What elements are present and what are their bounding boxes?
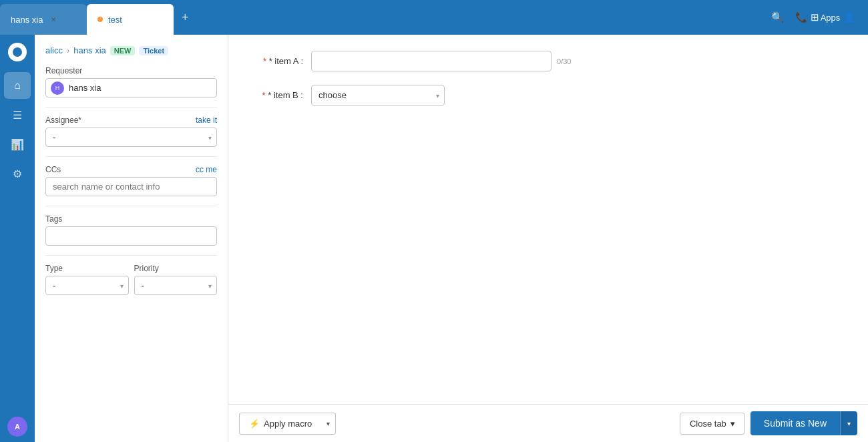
close-tab-button[interactable]: Close tab ▾	[680, 413, 745, 435]
submit-chevron-icon: ▾	[847, 420, 851, 427]
sidebar-item-settings[interactable]: ⚙	[4, 160, 31, 187]
apps-label: Apps	[821, 13, 841, 23]
assignee-row-header: Assignee* take it	[45, 116, 217, 125]
ccs-label: CCs	[45, 165, 61, 174]
ccs-input[interactable]	[45, 177, 217, 196]
sidebar-item-views[interactable]: ☰	[4, 101, 31, 128]
submit-dropdown-button[interactable]: ▾	[840, 411, 857, 435]
item-b-select-wrapper: choose option1 option2 ▾	[311, 85, 445, 105]
tabs-bar: hans xia ✕ test + 🔍 📞 ⊞ Apps 👤	[0, 0, 868, 35]
user-icon: 👤	[843, 11, 856, 23]
item-a-required-star: *	[263, 56, 266, 66]
left-panel: alicc › hans xia NEW Ticket Requester H …	[35, 35, 228, 442]
ccs-row-header: CCs cc me	[45, 165, 217, 174]
priority-group: Priority - ▾	[134, 264, 218, 295]
ccs-group: CCs cc me	[45, 165, 217, 196]
breadcrumb-sep1: ›	[67, 45, 69, 55]
tab-hans-xia[interactable]: hans xia ✕	[0, 4, 87, 35]
logo	[5, 40, 29, 64]
item-b-input-wrapper: choose option1 option2 ▾	[311, 85, 847, 105]
assignee-group: Assignee* take it - ▾	[45, 116, 217, 147]
search-button[interactable]: 🔍	[767, 7, 788, 28]
item-a-input[interactable]	[311, 51, 552, 71]
type-select[interactable]: -	[45, 276, 129, 295]
avatar[interactable]: A	[7, 417, 27, 437]
divider-1	[45, 107, 217, 107]
divider-3	[45, 206, 217, 206]
tab-test-dot	[97, 17, 103, 22]
item-b-required-star: *	[262, 90, 266, 100]
breadcrumb-hans-xia[interactable]: hans xia	[73, 45, 105, 55]
item-b-select[interactable]: choose option1 option2	[311, 85, 445, 105]
requester-input-wrapper: H	[45, 78, 217, 97]
item-b-row: * * item B : choose option1 option2 ▾	[250, 85, 847, 105]
priority-label: Priority	[134, 264, 218, 273]
icon-sidebar: ⌂ ☰ 📊 ⚙ A	[0, 35, 35, 442]
apps-button[interactable]: ⊞ Apps	[815, 7, 836, 28]
expand-chevron-icon: ▾	[327, 420, 330, 427]
tab-test-label: test	[108, 15, 122, 25]
assignee-select-wrapper: - ▾	[45, 128, 217, 147]
assignee-select[interactable]: -	[45, 128, 217, 147]
close-tab-chevron-icon: ▾	[730, 419, 735, 429]
logo-inner	[13, 47, 22, 57]
header-right-icons: 🔍 📞 ⊞ Apps 👤	[767, 0, 868, 35]
item-a-label-text: * item A :	[269, 56, 303, 66]
requester-avatar: H	[51, 81, 64, 95]
requester-label: Requester	[45, 66, 217, 75]
type-label: Type	[45, 264, 129, 273]
apply-macro-button[interactable]: ⚡ Apply macro	[239, 413, 321, 435]
home-icon: ⌂	[14, 79, 21, 91]
requester-input[interactable]	[45, 78, 217, 97]
sidebar-item-home[interactable]: ⌂	[4, 72, 31, 99]
type-select-wrapper: - ▾	[45, 276, 129, 295]
sidebar-bottom: A	[7, 417, 27, 442]
tab-test[interactable]: test	[87, 4, 174, 35]
requester-group: Requester H	[45, 66, 217, 97]
profile-button[interactable]: 👤	[839, 7, 860, 28]
apply-macro-group: ⚡ Apply macro ▾	[239, 413, 336, 435]
apply-macro-label: Apply macro	[264, 419, 312, 429]
apply-macro-expand-button[interactable]: ▾	[321, 413, 336, 435]
assignee-label: Assignee*	[45, 116, 81, 125]
assignee-dropdown-wrapper: - ▾	[45, 128, 217, 147]
sidebar-item-reports[interactable]: 📊	[4, 131, 31, 158]
breadcrumb: alicc › hans xia NEW Ticket	[45, 45, 217, 55]
item-b-label-text: * item B :	[268, 90, 303, 100]
divider-2	[45, 156, 217, 157]
tab-add-button[interactable]: +	[174, 0, 197, 35]
item-a-label: * * item A :	[250, 56, 303, 66]
take-it-link[interactable]: take it	[196, 116, 217, 125]
item-a-input-wrapper: 0/30	[311, 51, 847, 71]
settings-icon: ⚙	[13, 168, 22, 180]
priority-select[interactable]: -	[134, 276, 218, 295]
ticket-form: * * item A : 0/30 * * item B : choo	[228, 35, 868, 404]
submit-button[interactable]: Submit as New	[750, 411, 840, 435]
new-badge: NEW	[110, 46, 136, 55]
grid-icon: ⊞	[811, 11, 819, 23]
cc-me-link[interactable]: cc me	[196, 165, 217, 174]
views-icon: ☰	[13, 109, 22, 122]
lightning-icon: ⚡	[249, 419, 260, 429]
item-a-row: * * item A : 0/30	[250, 51, 847, 71]
logo-shape	[8, 43, 27, 61]
close-tab-label: Close tab	[690, 419, 726, 429]
ticket-badge: Ticket	[139, 46, 168, 55]
tab-hans-xia-close[interactable]: ✕	[48, 14, 59, 25]
item-b-label: * * item B :	[250, 90, 303, 100]
tags-input[interactable]	[45, 226, 217, 246]
tab-hans-xia-label: hans xia	[11, 15, 43, 25]
type-priority-row: Type - ▾ Priority - ▾	[45, 264, 217, 304]
tags-label: Tags	[45, 214, 217, 224]
bottom-right: Close tab ▾ Submit as New ▾	[680, 411, 857, 435]
phone-icon: 📞	[795, 11, 808, 23]
phone-button[interactable]: 📞	[791, 7, 812, 28]
type-group: Type - ▾	[45, 264, 129, 295]
right-content: * * item A : 0/30 * * item B : choo	[228, 35, 868, 442]
priority-select-wrapper: - ▾	[134, 276, 218, 295]
main-layout: ⌂ ☰ 📊 ⚙ A alicc › hans xia NEW Ticket Re…	[0, 35, 868, 442]
item-a-char-count: 0/30	[557, 57, 584, 65]
breadcrumb-alicc[interactable]: alicc	[45, 45, 63, 55]
submit-group: Submit as New ▾	[750, 411, 857, 435]
plus-icon: +	[182, 11, 189, 25]
